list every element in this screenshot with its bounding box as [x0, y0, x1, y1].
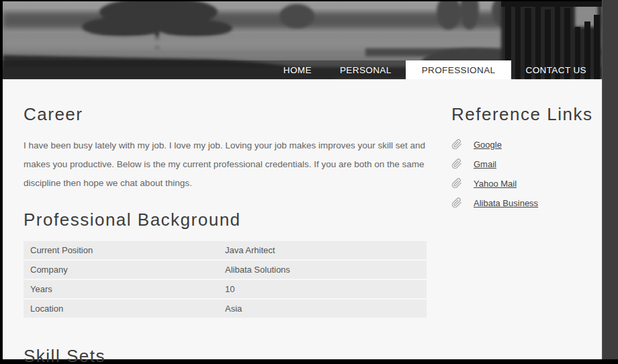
nav-tab-contact-us[interactable]: CONTACT US — [511, 60, 601, 79]
paperclip-icon — [451, 158, 462, 169]
reference-link-yahoo-mail[interactable]: Yahoo Mail — [474, 179, 517, 189]
header-banner: HOME PERSONAL PROFESSIONAL CONTACT US — [3, 1, 602, 79]
row-label: Company — [24, 265, 225, 275]
paperclip-icon — [451, 197, 462, 208]
professional-background-table: Current Position Java Arhitect Company A… — [24, 241, 427, 318]
nav-tab-home[interactable]: HOME — [269, 60, 326, 79]
list-item: Google — [451, 139, 602, 150]
reference-link-google[interactable]: Google — [474, 140, 502, 150]
paperclip-icon — [451, 139, 462, 150]
paperclip-icon — [451, 178, 462, 189]
sidebar: Reference Links Google Gmail — [451, 79, 602, 364]
table-row: Company Alibata Solutions — [24, 261, 427, 279]
table-row: Location Asia — [24, 300, 427, 318]
row-label: Years — [24, 284, 225, 294]
list-item: Yahoo Mail — [451, 178, 602, 189]
reference-link-gmail[interactable]: Gmail — [474, 159, 496, 169]
row-label: Location — [24, 304, 225, 314]
row-value: Alibata Solutions — [225, 265, 427, 275]
row-label: Current Position — [24, 245, 225, 255]
career-paragraph: I have been busy lately with my job. I l… — [24, 136, 427, 193]
content-area: Career I have been busy lately with my j… — [3, 79, 602, 364]
reference-link-alibata-business[interactable]: Alibata Business — [474, 198, 538, 208]
career-heading: Career — [24, 104, 427, 124]
reference-links-list: Google Gmail Yahoo Mail — [451, 139, 602, 208]
skill-sets-heading: Skill Sets — [24, 346, 427, 364]
row-value: 10 — [225, 284, 427, 294]
row-value: Asia — [225, 304, 427, 314]
table-row: Current Position Java Arhitect — [24, 241, 427, 259]
window-edge — [602, 0, 618, 359]
main-column: Career I have been busy lately with my j… — [24, 79, 427, 364]
table-row: Years 10 — [24, 280, 427, 298]
list-item: Gmail — [451, 158, 602, 169]
nav-tab-professional[interactable]: PROFESSIONAL — [406, 60, 512, 79]
professional-background-heading: Professional Background — [24, 210, 427, 230]
row-value: Java Arhitect — [225, 245, 427, 255]
reference-links-heading: Reference Links — [451, 104, 602, 124]
nav-tab-personal[interactable]: PERSONAL — [326, 60, 406, 79]
site-page: HOME PERSONAL PROFESSIONAL CONTACT US Ca… — [3, 1, 602, 359]
main-navigation: HOME PERSONAL PROFESSIONAL CONTACT US — [3, 60, 601, 79]
list-item: Alibata Business — [451, 197, 602, 208]
